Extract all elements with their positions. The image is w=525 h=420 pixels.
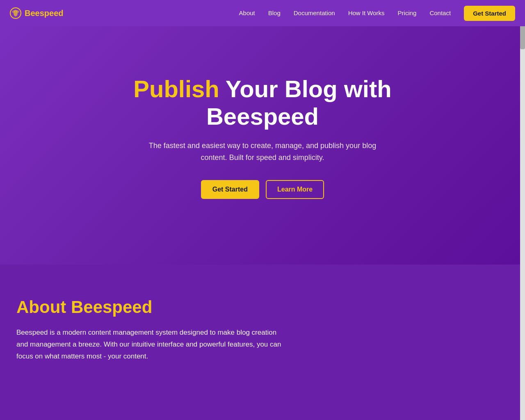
about-section: About Beespeed Beespeed is a modern cont… xyxy=(0,265,525,420)
hero-subtitle: The fastest and easiest way to create, m… xyxy=(148,140,377,164)
nav-pricing[interactable]: Pricing xyxy=(398,9,417,16)
about-heading: About Beespeed xyxy=(16,297,304,317)
nav-contact[interactable]: Contact xyxy=(429,9,451,16)
brand-name: Beespeed xyxy=(25,9,64,18)
hero-title-rest: Your Blog with Beespeed xyxy=(206,75,392,130)
nav-how-it-works[interactable]: How It Works xyxy=(348,9,385,16)
hero-learn-more-button[interactable]: Learn More xyxy=(266,180,324,199)
nav-about[interactable]: About xyxy=(239,9,255,16)
navbar: Beespeed About Blog Documentation How It… xyxy=(0,0,525,26)
logo-icon xyxy=(10,7,21,19)
hero-section: Publish Your Blog with Beespeed The fast… xyxy=(0,26,525,265)
about-body: Beespeed is a modern content management … xyxy=(16,327,283,363)
hero-get-started-button[interactable]: Get Started xyxy=(201,180,259,199)
hero-title: Publish Your Blog with Beespeed xyxy=(78,75,447,130)
nav-blog[interactable]: Blog xyxy=(268,9,281,16)
nav-documentation[interactable]: Documentation xyxy=(294,9,335,16)
nav-links: About Blog Documentation How It Works Pr… xyxy=(239,6,515,21)
scrollbar[interactable] xyxy=(520,0,525,420)
nav-get-started-button[interactable]: Get Started xyxy=(464,6,515,21)
hero-buttons: Get Started Learn More xyxy=(201,180,324,199)
logo-link[interactable]: Beespeed xyxy=(10,7,64,19)
hero-title-highlight: Publish xyxy=(133,75,219,102)
